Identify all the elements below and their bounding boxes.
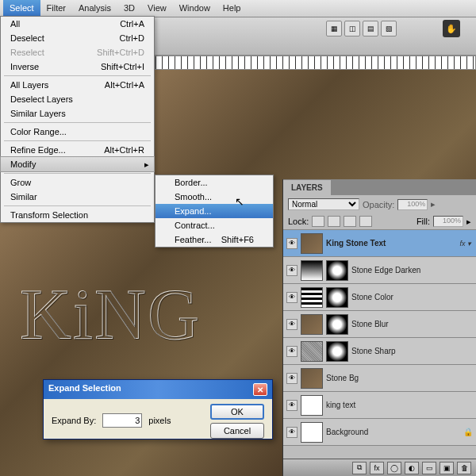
main-menubar: Select Filter Analysis 3D View Window He… <box>0 0 476 17</box>
visibility-icon[interactable]: 👁 <box>286 238 298 249</box>
delete-layer-icon[interactable]: 🗑 <box>457 462 471 474</box>
opacity-label: Opacity: <box>363 200 394 209</box>
layer-row[interactable]: 👁Stone Edge Darken <box>283 257 476 284</box>
screen-mode-icon[interactable]: ▦ <box>326 21 342 36</box>
layer-thumbnail <box>301 368 323 389</box>
hand-tool-icon[interactable]: ✋ <box>443 20 460 37</box>
menu-item: ReselectShift+Ctrl+D <box>1 45 154 60</box>
lock-image-icon[interactable] <box>328 216 340 227</box>
link-layers-icon[interactable]: ⧉ <box>352 462 367 474</box>
visibility-icon[interactable]: 👁 <box>286 319 298 330</box>
dialog-title: Expand Selection <box>48 383 121 396</box>
visibility-icon[interactable]: 👁 <box>286 265 298 276</box>
layer-name: king text <box>326 401 473 409</box>
lock-all-icon[interactable] <box>359 216 372 227</box>
layer-name: Stone Blur <box>351 320 473 328</box>
opacity-arrow-icon[interactable]: ▸ <box>431 199 436 209</box>
submenu-item[interactable]: Smooth... <box>155 190 273 204</box>
submenu-item[interactable]: Feather...Shift+F6 <box>155 232 273 247</box>
lock-position-icon[interactable] <box>344 216 356 227</box>
layer-name: Stone Sharp <box>351 347 473 355</box>
submenu-item[interactable]: Border... <box>155 175 273 190</box>
expand-selection-dialog: Expand Selection ✕ Expand By: pixels OK … <box>43 379 273 440</box>
blend-mode-select[interactable]: Normal <box>288 198 359 210</box>
layer-row[interactable]: 👁Stone Bg <box>283 365 476 392</box>
tool-icon-2[interactable]: ▧ <box>381 21 397 36</box>
horizontal-ruler <box>155 56 476 70</box>
layer-name: Stone Edge Darken <box>351 266 473 274</box>
expand-by-input[interactable] <box>102 413 142 428</box>
visibility-icon[interactable]: 👁 <box>286 292 298 303</box>
lock-icon: 🔒 <box>463 428 473 436</box>
layers-panel-footer: ⧉ fx ◯ ◐ ▭ ▣ 🗑 <box>283 459 476 476</box>
tool-icon[interactable]: ▤ <box>363 21 378 36</box>
visibility-icon[interactable]: 👁 <box>286 400 298 411</box>
layer-row[interactable]: 👁Stone Blur <box>283 311 476 338</box>
menu-item[interactable]: Refine Edge...Alt+Ctrl+R <box>1 143 154 157</box>
pixels-label: pixels <box>148 416 171 425</box>
menu-3d[interactable]: 3D <box>117 0 141 17</box>
lock-label: Lock: <box>288 217 309 226</box>
visibility-icon[interactable]: 👁 <box>286 427 298 438</box>
menu-item[interactable]: All LayersAlt+Ctrl+A <box>1 78 154 92</box>
visibility-icon[interactable]: 👁 <box>286 346 298 357</box>
layer-mask-thumbnail <box>326 314 348 335</box>
menu-item[interactable]: DeselectCtrl+D <box>1 31 154 45</box>
menu-select[interactable]: Select <box>3 0 40 17</box>
menu-window[interactable]: Window <box>173 0 217 17</box>
fill-arrow-icon[interactable]: ▸ <box>466 217 471 227</box>
menu-analysis[interactable]: Analysis <box>72 0 117 17</box>
layer-row[interactable]: 👁Stone Sharp <box>283 338 476 365</box>
select-menu-dropdown: AllCtrl+ADeselectCtrl+DReselectShift+Ctr… <box>0 16 155 223</box>
layer-thumbnail <box>301 395 323 416</box>
visibility-icon[interactable]: 👁 <box>286 373 298 384</box>
layer-thumbnail <box>301 233 323 254</box>
layer-thumbnail <box>301 422 323 443</box>
layer-row[interactable]: 👁king text <box>283 392 476 419</box>
layer-name: Stone Color <box>351 293 473 301</box>
menu-item[interactable]: InverseShift+Ctrl+I <box>1 60 154 74</box>
layer-list: 👁King Stone Textfx ▾👁Stone Edge Darken👁S… <box>283 230 476 446</box>
menu-item[interactable]: Modify <box>0 156 155 172</box>
layer-row[interactable]: 👁Background🔒 <box>283 419 476 446</box>
expand-by-label: Expand By: <box>52 416 96 425</box>
adjustment-layer-icon[interactable]: ◐ <box>405 462 419 474</box>
layer-mask-thumbnail <box>326 260 348 281</box>
layer-thumbnail <box>301 260 323 281</box>
menu-item[interactable]: AllCtrl+A <box>1 17 154 31</box>
ok-button[interactable]: OK <box>210 404 264 420</box>
layer-mask-icon[interactable]: ◯ <box>387 462 401 474</box>
menu-filter[interactable]: Filter <box>40 0 72 17</box>
menu-item[interactable]: Similar <box>1 190 154 204</box>
layer-thumbnail <box>301 314 323 335</box>
fill-value[interactable]: 100% <box>433 216 463 227</box>
group-icon[interactable]: ▭ <box>422 462 436 474</box>
new-layer-icon[interactable]: ▣ <box>440 462 454 474</box>
layer-mask-thumbnail <box>326 287 348 308</box>
menu-item[interactable]: Transform Selection <box>1 208 154 222</box>
opacity-value[interactable]: 100% <box>397 199 428 210</box>
menu-item[interactable]: Similar Layers <box>1 106 154 121</box>
close-icon[interactable]: ✕ <box>253 383 267 396</box>
layer-row[interactable]: 👁Stone Color <box>283 284 476 311</box>
layer-thumbnail <box>301 287 323 308</box>
layer-style-icon[interactable]: fx <box>370 462 384 474</box>
layers-tab[interactable]: LAYERS <box>283 179 331 195</box>
menu-help[interactable]: Help <box>217 0 248 17</box>
fill-label: Fill: <box>416 217 430 226</box>
submenu-item[interactable]: Expand... <box>155 204 273 218</box>
menu-item[interactable]: Grow <box>1 175 154 190</box>
layer-row[interactable]: 👁King Stone Textfx ▾ <box>283 230 476 257</box>
fx-icon[interactable]: fx ▾ <box>459 240 471 248</box>
lock-transparent-icon[interactable] <box>312 216 324 227</box>
arrange-icon[interactable]: ◫ <box>344 21 360 36</box>
layer-name: King Stone Text <box>326 239 456 248</box>
menu-view[interactable]: View <box>141 0 173 17</box>
layer-name: Stone Bg <box>326 374 473 382</box>
submenu-item[interactable]: Contract... <box>155 218 273 232</box>
layer-mask-thumbnail <box>326 341 348 362</box>
menu-item[interactable]: Color Range... <box>1 125 154 139</box>
cancel-button[interactable]: Cancel <box>210 423 264 439</box>
layer-thumbnail <box>301 341 323 362</box>
menu-item[interactable]: Deselect Layers <box>1 92 154 106</box>
